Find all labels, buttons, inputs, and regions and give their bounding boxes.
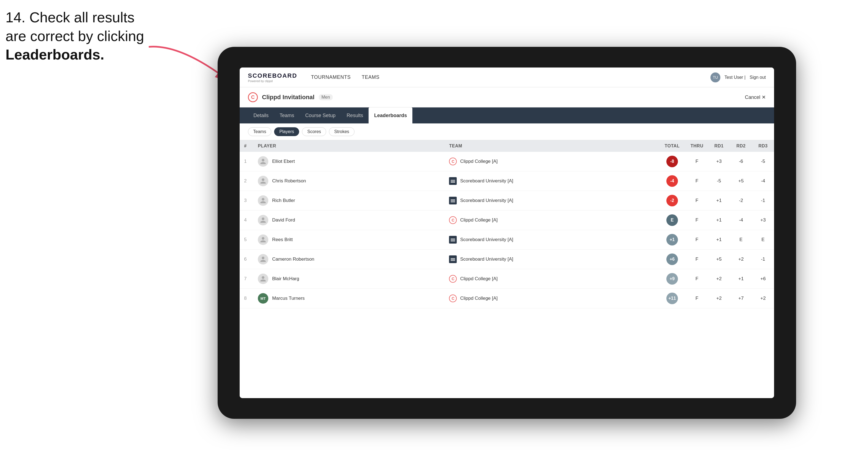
cell-thru: F xyxy=(686,211,708,230)
nav-tournaments[interactable]: TOURNAMENTS xyxy=(311,73,351,82)
cell-thru: F xyxy=(686,172,708,191)
cell-rd2: -6 xyxy=(730,152,752,172)
cell-rd1: +1 xyxy=(708,191,730,211)
cell-rd3: -1 xyxy=(752,250,774,269)
cell-rank: 8 xyxy=(240,289,253,308)
cell-rank: 1 xyxy=(240,152,253,172)
cell-total: E xyxy=(658,211,686,230)
tab-results[interactable]: Results xyxy=(341,107,369,123)
tab-details[interactable]: Details xyxy=(248,107,274,123)
cell-rd2: +1 xyxy=(730,269,752,289)
cell-rd1: +1 xyxy=(708,211,730,230)
cell-thru: F xyxy=(686,269,708,289)
cell-player: Rich Butler xyxy=(253,191,444,211)
leaderboard-table-container: # PLAYER TEAM TOTAL THRU RD1 RD2 RD3 1El… xyxy=(240,140,774,398)
tournament-icon: C xyxy=(248,92,258,102)
cell-team: Scoreboard University [A] xyxy=(444,191,658,211)
cell-rank: 5 xyxy=(240,230,253,250)
user-avatar: TU xyxy=(710,72,720,82)
cell-total: -8 xyxy=(658,152,686,172)
table-row: 3Rich ButlerScoreboard University [A]-2F… xyxy=(240,191,774,211)
cell-total: +9 xyxy=(658,269,686,289)
col-thru: THRU xyxy=(686,140,708,152)
tab-bar: Details Teams Course Setup Results Leade… xyxy=(240,107,774,123)
signout-button[interactable]: Sign out xyxy=(749,75,766,80)
filter-scores[interactable]: Scores xyxy=(302,127,326,136)
cell-player: Cameron Robertson xyxy=(253,250,444,269)
cell-player: MTMarcus Turners xyxy=(253,289,444,308)
cell-player: Blair McHarg xyxy=(253,269,444,289)
cell-player: Elliot Ebert xyxy=(253,152,444,172)
filter-players[interactable]: Players xyxy=(274,127,299,136)
nav-right: TU Test User | Sign out xyxy=(710,72,766,82)
cell-rd1: +3 xyxy=(708,152,730,172)
cell-rank: 3 xyxy=(240,191,253,211)
cell-team: CClippd College [A] xyxy=(444,269,658,289)
cell-total: +6 xyxy=(658,250,686,269)
col-total: TOTAL xyxy=(658,140,686,152)
table-row: 1Elliot EbertCClippd College [A]-8F+3-6-… xyxy=(240,152,774,172)
cell-player: David Ford xyxy=(253,211,444,230)
cell-rd2: -2 xyxy=(730,191,752,211)
cell-team: CClippd College [A] xyxy=(444,152,658,172)
logo-area: SCOREBOARD Powered by clippd xyxy=(248,72,297,83)
leaderboards-emphasis: Leaderboards. xyxy=(5,46,104,63)
table-row: 2Chris RobertsonScoreboard University [A… xyxy=(240,172,774,191)
tournament-name: Clippd Invitational xyxy=(262,94,315,101)
cell-team: CClippd College [A] xyxy=(444,289,658,308)
cell-rank: 7 xyxy=(240,269,253,289)
table-row: 4David FordCClippd College [A]EF+1-4+3 xyxy=(240,211,774,230)
cell-player: Rees Britt xyxy=(253,230,444,250)
table-header-row: # PLAYER TEAM TOTAL THRU RD1 RD2 RD3 xyxy=(240,140,774,152)
tab-teams[interactable]: Teams xyxy=(274,107,300,123)
table-row: 8MTMarcus TurnersCClippd College [A]+11F… xyxy=(240,289,774,308)
cell-rd3: -4 xyxy=(752,172,774,191)
cell-rd1: +1 xyxy=(708,230,730,250)
cell-team: Scoreboard University [A] xyxy=(444,172,658,191)
logo-sub: Powered by clippd xyxy=(248,79,297,83)
table-row: 7Blair McHargCClippd College [A]+9F+2+1+… xyxy=(240,269,774,289)
col-rd1: RD1 xyxy=(708,140,730,152)
tournament-title-area: C Clippd Invitational Men xyxy=(248,92,333,102)
table-row: 5Rees BrittScoreboard University [A]+1F+… xyxy=(240,230,774,250)
filter-strokes[interactable]: Strokes xyxy=(329,127,354,136)
tournament-tag: Men xyxy=(319,94,333,100)
cell-rd2: -4 xyxy=(730,211,752,230)
cell-thru: F xyxy=(686,230,708,250)
col-rank: # xyxy=(240,140,253,152)
cell-team: Scoreboard University [A] xyxy=(444,230,658,250)
col-rd2: RD2 xyxy=(730,140,752,152)
cell-rank: 6 xyxy=(240,250,253,269)
tab-leaderboards[interactable]: Leaderboards xyxy=(369,107,412,123)
cell-total: +11 xyxy=(658,289,686,308)
nav-items: TOURNAMENTS TEAMS xyxy=(311,73,710,82)
tab-course-setup[interactable]: Course Setup xyxy=(300,107,341,123)
table-row: 6Cameron RobertsonScoreboard University … xyxy=(240,250,774,269)
nav-user-text: Test User | xyxy=(724,75,745,80)
tablet-screen: SCOREBOARD Powered by clippd TOURNAMENTS… xyxy=(240,67,774,398)
cell-rd3: +2 xyxy=(752,289,774,308)
cell-rd1: +5 xyxy=(708,250,730,269)
top-nav: SCOREBOARD Powered by clippd TOURNAMENTS… xyxy=(240,67,774,87)
tournament-header: C Clippd Invitational Men Cancel ✕ xyxy=(240,87,774,107)
col-rd3: RD3 xyxy=(752,140,774,152)
cell-rd1: -5 xyxy=(708,172,730,191)
cell-team: CClippd College [A] xyxy=(444,211,658,230)
cell-rank: 4 xyxy=(240,211,253,230)
cell-rd3: -5 xyxy=(752,152,774,172)
cell-rd1: +2 xyxy=(708,289,730,308)
nav-teams[interactable]: TEAMS xyxy=(362,73,380,82)
cell-rd2: E xyxy=(730,230,752,250)
logo-text: SCOREBOARD xyxy=(248,72,297,79)
cell-rd2: +2 xyxy=(730,250,752,269)
cell-thru: F xyxy=(686,289,708,308)
col-player: PLAYER xyxy=(253,140,444,152)
cell-rd2: +7 xyxy=(730,289,752,308)
leaderboard-table: # PLAYER TEAM TOTAL THRU RD1 RD2 RD3 1El… xyxy=(240,140,774,308)
cell-thru: F xyxy=(686,152,708,172)
close-icon: ✕ xyxy=(762,94,766,100)
cell-rd1: +2 xyxy=(708,269,730,289)
cell-rank: 2 xyxy=(240,172,253,191)
cancel-button[interactable]: Cancel ✕ xyxy=(745,94,766,100)
filter-teams[interactable]: Teams xyxy=(248,127,271,136)
